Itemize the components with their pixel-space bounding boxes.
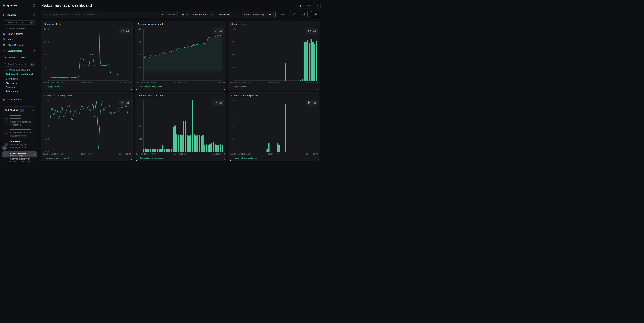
svg-text:Oct 20 12:00:00 AM: Oct 20 12:00:00 AM [136, 82, 156, 84]
svg-text:Oct 20 12:00:00 AM: Oct 20 12:00:00 AM [230, 82, 250, 84]
svg-text:11:00:00 AM: 11:00:00 AM [268, 153, 280, 155]
svg-text:0: 0 [141, 80, 142, 82]
svg-text:1K: 1K [233, 28, 236, 30]
svg-text:11:00:00 AM: 11:00:00 AM [174, 82, 186, 84]
svg-text:2.2K: 2.2K [138, 99, 142, 101]
svg-text:-12M: -12M [44, 138, 48, 140]
svg-text:11:30:00 PM: 11:30:00 PM [119, 153, 131, 155]
svg-text:100: 100 [232, 99, 236, 101]
svg-text:1.1K: 1.1K [138, 125, 142, 127]
svg-text:750: 750 [232, 41, 236, 43]
svg-text:-18M: -18M [44, 151, 48, 153]
svg-text:250: 250 [232, 67, 236, 69]
svg-text:0: 0 [141, 151, 142, 153]
svg-text:55K: 55K [45, 67, 49, 69]
svg-text:0: 0 [48, 80, 49, 82]
svg-text:11:30:00 PM: 11:30:00 PM [306, 153, 318, 155]
svg-text:25: 25 [233, 138, 236, 140]
svg-text:Oct 20 12:00:00 AM: Oct 20 12:00:00 AM [136, 153, 156, 155]
svg-text:Oct 20 12:00:00 AM: Oct 20 12:00:00 AM [230, 153, 250, 155]
svg-text:6M: 6M [46, 99, 48, 101]
svg-text:75: 75 [233, 112, 236, 114]
svg-text:30M: 30M [139, 67, 142, 69]
svg-text:1.7K: 1.7K [138, 112, 142, 114]
svg-text:11:00:00 AM: 11:00:00 AM [174, 153, 186, 155]
svg-text:500: 500 [232, 54, 236, 56]
svg-text:Oct 20 12:00:00 AM: Oct 20 12:00:00 AM [43, 153, 63, 155]
svg-text:0: 0 [234, 80, 236, 82]
svg-text:11:00:00 AM: 11:00:00 AM [81, 153, 93, 155]
svg-text:11:30:00 PM: 11:30:00 PM [119, 82, 131, 84]
svg-text:110K: 110K [44, 54, 49, 56]
svg-text:0: 0 [48, 112, 49, 114]
svg-text:11:00:00 AM: 11:00:00 AM [268, 82, 280, 84]
svg-text:11:00:00 AM: 11:00:00 AM [81, 82, 93, 84]
svg-text:165K: 165K [44, 41, 49, 43]
svg-text:0: 0 [234, 151, 236, 153]
svg-text:11:30:00 PM: 11:30:00 PM [212, 153, 225, 155]
svg-text:11:30:00 PM: 11:30:00 PM [306, 82, 318, 84]
svg-text:Oct 20 12:00:00 AM: Oct 20 12:00:00 AM [43, 82, 63, 84]
svg-text:11:30:00 PM: 11:30:00 PM [212, 82, 225, 84]
svg-text:50: 50 [233, 125, 236, 127]
svg-text:90M: 90M [139, 41, 142, 43]
svg-text:550: 550 [139, 138, 142, 140]
svg-text:-6M: -6M [45, 125, 49, 127]
svg-text:60M: 60M [139, 54, 142, 56]
svg-text:120M: 120M [138, 28, 142, 30]
svg-text:220K: 220K [44, 28, 49, 30]
